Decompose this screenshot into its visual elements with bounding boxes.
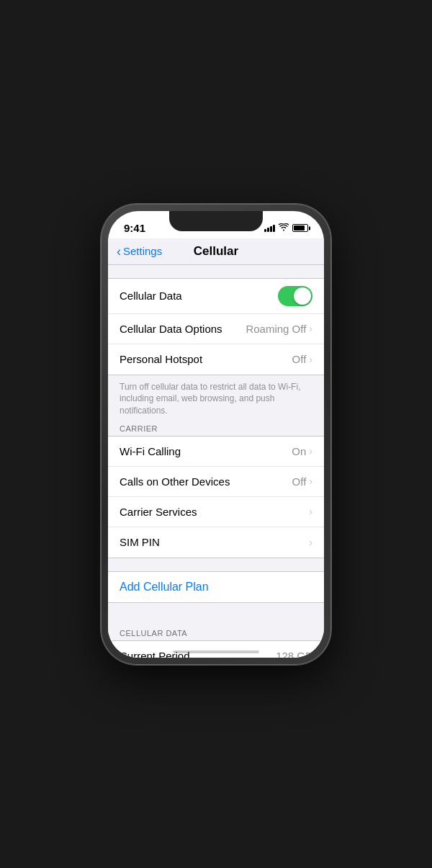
cellular-data-options-chevron-icon: › [309,323,312,334]
calls-other-devices-row[interactable]: Calls on Other Devices Off › [108,467,324,497]
add-cellular-plan-row[interactable]: Add Cellular Plan [108,571,324,603]
page-title: Cellular [194,244,238,259]
cellular-data-options-value: Roaming Off [246,323,306,335]
sim-pin-row[interactable]: SIM PIN › [108,527,324,558]
cellular-data-options-row[interactable]: Cellular Data Options Roaming Off › [108,314,324,344]
carrier-section-header: CARRIER [108,420,324,436]
wifi-calling-chevron-icon: › [309,445,312,457]
status-time: 9:41 [124,222,145,234]
wifi-calling-label: Wi-Fi Calling [120,445,181,457]
wifi-calling-row[interactable]: Wi-Fi Calling On › [108,437,324,467]
notch [169,211,263,231]
calls-other-devices-chevron-icon: › [309,475,312,487]
personal-hotspot-value: Off [292,353,307,365]
back-button[interactable]: ‹ Settings [117,245,162,258]
back-label: Settings [123,245,162,257]
cellular-data-label: Cellular Data [120,290,182,302]
signal-icon [264,225,275,232]
screen-content: ‹ Settings Cellular Cellular Data [108,238,324,658]
cellular-data-description: Turn off cellular data to restrict all d… [108,375,324,420]
battery-icon [292,224,308,232]
mid-spacer [108,558,324,571]
carrier-services-row[interactable]: Carrier Services › [108,497,324,527]
wifi-calling-value: On [292,445,306,457]
phone-frame: 9:41 [101,204,331,665]
cellular-data-row[interactable]: Cellular Data [108,279,324,314]
personal-hotspot-row[interactable]: Personal Hotspot Off › [108,344,324,375]
back-chevron-icon: ‹ [117,245,121,258]
carrier-services-chevron-icon: › [309,506,312,517]
status-icons [264,223,308,233]
sim-pin-label: SIM PIN [120,536,160,548]
pre-data-spacer [108,603,324,625]
data-usage-group: Current Period 128 GB Current Period Roa… [108,640,324,658]
calls-other-devices-value: Off [292,475,307,488]
top-spacer [108,265,324,278]
cellular-data-toggle[interactable] [278,286,312,306]
carrier-services-label: Carrier Services [120,506,197,518]
sim-pin-chevron-icon: › [309,537,312,548]
current-period-value: 128 GB [276,650,312,658]
add-cellular-plan-label: Add Cellular Plan [120,581,209,593]
phone-screen: 9:41 [108,211,324,658]
nav-header: ‹ Settings Cellular [108,238,324,265]
current-period-row[interactable]: Current Period 128 GB [108,641,324,658]
calls-other-devices-label: Calls on Other Devices [120,475,230,488]
home-indicator [173,650,259,653]
wifi-icon [279,223,289,233]
personal-hotspot-label: Personal Hotspot [120,353,202,365]
carrier-settings-group: Wi-Fi Calling On › Calls on Other Device… [108,436,324,558]
personal-hotspot-chevron-icon: › [309,354,312,365]
main-settings-group: Cellular Data Cellular Data Options Roam… [108,278,324,375]
cellular-data-section-header: CELLULAR DATA [108,625,324,640]
cellular-data-options-label: Cellular Data Options [120,323,222,335]
